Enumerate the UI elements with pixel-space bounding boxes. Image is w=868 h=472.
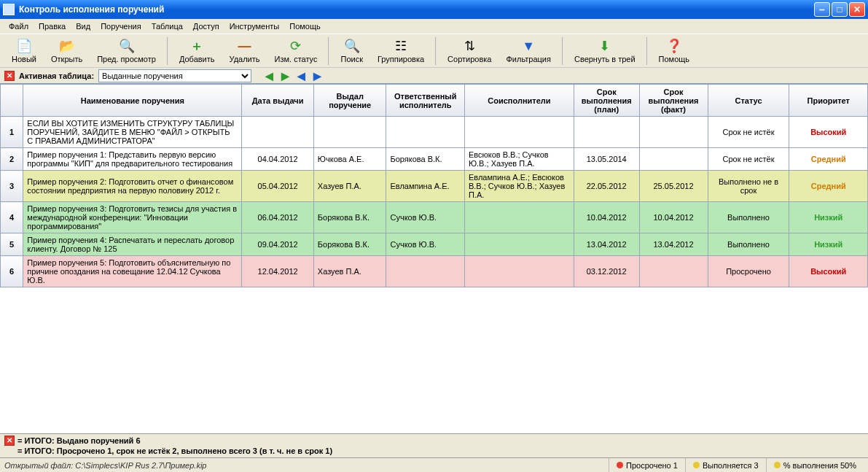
menu-tools[interactable]: Инструменты — [225, 20, 284, 32]
cell-issuer[interactable]: Борякова В.К. — [313, 233, 386, 256]
cell-name[interactable]: Пример поручения 1: Представить первую в… — [23, 148, 242, 171]
menu-help[interactable]: Помощь — [285, 20, 325, 32]
table-area[interactable]: Наименование поручения Дата выдачи Выдал… — [0, 83, 868, 433]
cell-fact[interactable]: 25.05.2012 — [639, 171, 708, 202]
cell-priority[interactable]: Средний — [789, 171, 868, 202]
cell-status[interactable]: Выполнено — [708, 233, 789, 256]
cell-plan[interactable] — [574, 117, 639, 148]
toolbar-search[interactable]: 🔍 Поиск — [333, 35, 370, 67]
col-date[interactable]: Дата выдачи — [242, 85, 314, 117]
cell-plan[interactable]: 03.12.2012 — [574, 256, 639, 287]
cell-plan[interactable]: 10.04.2012 — [574, 202, 639, 233]
cell-name[interactable]: Пример поручения 2: Подготовить отчет о … — [23, 171, 242, 202]
cell-coexecutors[interactable]: Евлампина А.Е.; Евсюков В.В.; Сучков Ю.В… — [464, 171, 574, 202]
cell-coexecutors[interactable] — [464, 202, 574, 233]
cell-status[interactable]: Просрочено — [708, 256, 789, 287]
cell-name[interactable]: Пример поручения 3: Подготовить тезисы д… — [23, 202, 242, 233]
toolbar-delete[interactable]: — Удалить — [222, 35, 267, 67]
cell-date[interactable] — [242, 117, 314, 148]
close-table-button[interactable]: ✕ — [4, 71, 15, 81]
cell-priority[interactable]: Низкий — [789, 233, 868, 256]
minimize-button[interactable]: ‒ — [814, 2, 830, 17]
toolbar-open[interactable]: 📂 Открыть — [44, 35, 90, 67]
cell-coexecutors[interactable] — [464, 256, 574, 287]
cell-responsible[interactable] — [386, 256, 464, 287]
cell-date[interactable]: 06.04.2012 — [242, 202, 314, 233]
nav-prev-green-icon[interactable]: ◀ — [263, 70, 275, 82]
cell-responsible[interactable]: Сучков Ю.В. — [386, 233, 464, 256]
toolbar-help[interactable]: ❓ Помощь — [652, 35, 697, 67]
cell-status[interactable]: Срок не истёк — [708, 148, 789, 171]
cell-priority[interactable]: Низкий — [789, 202, 868, 233]
cell-name[interactable]: ЕСЛИ ВЫ ХОТИТЕ ИЗМЕНИТЬ СТРУКТУРУ ТАБЛИЦ… — [23, 117, 242, 148]
cell-fact[interactable]: 13.04.2012 — [639, 233, 708, 256]
cell-priority[interactable]: Высокий — [789, 117, 868, 148]
cell-status[interactable]: Срок не истёк — [708, 117, 789, 148]
toolbar-add[interactable]: ＋ Добавить — [172, 35, 222, 67]
cell-plan[interactable]: 22.05.2012 — [574, 171, 639, 202]
table-row[interactable]: 2Пример поручения 1: Представить первую … — [1, 148, 868, 171]
cell-plan[interactable]: 13.04.2012 — [574, 233, 639, 256]
cell-fact[interactable] — [639, 117, 708, 148]
cell-status[interactable]: Выполнено не в срок — [708, 171, 789, 202]
table-row[interactable]: 4Пример поручения 3: Подготовить тезисы … — [1, 202, 868, 233]
table-row[interactable]: 6Пример поручения 5: Подготовить объясни… — [1, 256, 868, 287]
col-plan[interactable]: Срок выполнения (план) — [574, 85, 639, 117]
cell-name[interactable]: Пример поручения 5: Подготовить объяснит… — [23, 256, 242, 287]
active-table-select[interactable]: Выданные поручения — [98, 69, 251, 82]
nav-next-green-icon[interactable]: ▶ — [279, 70, 291, 82]
cell-coexecutors[interactable]: Евсюков В.В.; Сучков Ю.В.; Хазуев П.А. — [464, 148, 574, 171]
cell-date[interactable]: 04.04.2012 — [242, 148, 314, 171]
menu-edit[interactable]: Правка — [34, 20, 70, 32]
toolbar-sort[interactable]: ⇅ Сортировка — [440, 35, 498, 67]
toolbar-new[interactable]: 📄 Новый — [4, 35, 44, 67]
col-responsible[interactable]: Ответственный исполнитель — [386, 85, 464, 117]
cell-coexecutors[interactable] — [464, 117, 574, 148]
col-priority[interactable]: Приоритет — [789, 85, 868, 117]
cell-responsible[interactable]: Евлампина А.Е. — [386, 171, 464, 202]
toolbar-tray[interactable]: ⬇ Свернуть в трей — [567, 35, 643, 67]
toolbar-preview[interactable]: 🔍 Пред. просмотр — [90, 35, 163, 67]
close-button[interactable]: ✕ — [849, 2, 865, 17]
nav-prev-blue-icon[interactable]: ◀ — [295, 70, 307, 82]
cell-name[interactable]: Пример поручения 4: Распечатать и пересл… — [23, 233, 242, 256]
cell-date[interactable]: 12.04.2012 — [242, 256, 314, 287]
toolbar-change-status[interactable]: ⟳ Изм. статус — [267, 35, 325, 67]
menu-orders[interactable]: Поручения — [96, 20, 146, 32]
nav-next-blue-icon[interactable]: ▶ — [311, 70, 323, 82]
col-issuer[interactable]: Выдал поручение — [313, 85, 386, 117]
cell-issuer[interactable] — [313, 117, 386, 148]
cell-responsible[interactable]: Сучков Ю.В. — [386, 202, 464, 233]
toolbar-filter[interactable]: ▼ Фильтрация — [498, 35, 558, 67]
table-row[interactable]: 1ЕСЛИ ВЫ ХОТИТЕ ИЗМЕНИТЬ СТРУКТУРУ ТАБЛИ… — [1, 117, 868, 148]
cell-fact[interactable] — [639, 256, 708, 287]
cell-responsible[interactable] — [386, 117, 464, 148]
table-row[interactable]: 5Пример поручения 4: Распечатать и перес… — [1, 233, 868, 256]
menu-file[interactable]: Файл — [4, 20, 33, 32]
menu-access[interactable]: Доступ — [189, 20, 224, 32]
cell-date[interactable]: 09.04.2012 — [242, 233, 314, 256]
cell-coexecutors[interactable] — [464, 233, 574, 256]
cell-issuer[interactable]: Хазуев П.А. — [313, 256, 386, 287]
cell-priority[interactable]: Средний — [789, 148, 868, 171]
cell-fact[interactable] — [639, 148, 708, 171]
col-coexecutors[interactable]: Соисполнители — [464, 85, 574, 117]
cell-plan[interactable]: 13.05.2014 — [574, 148, 639, 171]
col-status[interactable]: Статус — [708, 85, 789, 117]
maximize-button[interactable]: □ — [832, 2, 848, 17]
cell-status[interactable]: Выполнено — [708, 202, 789, 233]
cell-priority[interactable]: Высокий — [789, 256, 868, 287]
table-row[interactable]: 3Пример поручения 2: Подготовить отчет о… — [1, 171, 868, 202]
cell-issuer[interactable]: Ючкова А.Е. — [313, 148, 386, 171]
menu-table[interactable]: Таблица — [147, 20, 187, 32]
summary-close-button[interactable]: ✕ — [4, 436, 15, 446]
cell-issuer[interactable]: Борякова В.К. — [313, 202, 386, 233]
cell-fact[interactable]: 10.04.2012 — [639, 202, 708, 233]
cell-issuer[interactable]: Хазуев П.А. — [313, 171, 386, 202]
col-fact[interactable]: Срок выполнения (факт) — [639, 85, 708, 117]
cell-date[interactable]: 05.04.2012 — [242, 171, 314, 202]
col-index[interactable] — [1, 85, 23, 117]
cell-responsible[interactable]: Борякова В.К. — [386, 148, 464, 171]
toolbar-group[interactable]: ☷ Группировка — [370, 35, 431, 67]
col-name[interactable]: Наименование поручения — [23, 85, 242, 117]
